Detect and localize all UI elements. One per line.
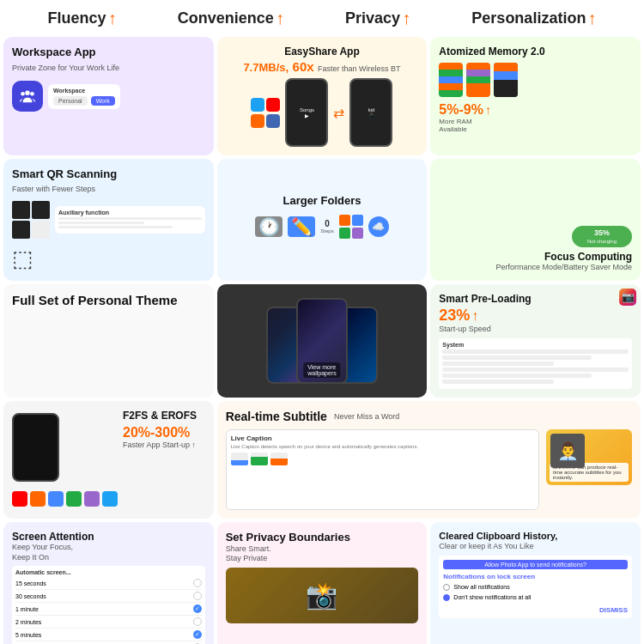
system-mock: System	[439, 338, 632, 389]
clipboard-header: Notifications on lock screen	[443, 573, 628, 580]
easyshare-multiplier: 60x	[293, 59, 314, 74]
clipboard-subtitle: Clear or keep it As You Like	[439, 542, 632, 552]
subtitle-cell: Real-time Subtitle Never Miss a Word Liv…	[217, 401, 641, 519]
focus-cell: 35% Not charging Focus Computing Perform…	[430, 159, 641, 281]
clipboard-title: Cleared Clipboard History,	[439, 531, 632, 542]
mem-bar-2	[466, 63, 490, 97]
qr-code	[12, 201, 50, 239]
f2fs-apps	[12, 491, 118, 507]
app-icon-5	[84, 491, 100, 507]
attention-cell: Screen Attention Keep Your Focus, Keep I…	[3, 522, 214, 644]
privacy-photo-icon: 📸	[306, 580, 337, 611]
mem-bar-1	[439, 63, 463, 97]
f2fs-title: F2FS & EROFS	[123, 410, 197, 422]
f2fs-cell: F2FS & EROFS 20%-300% Faster App Start-u…	[3, 401, 214, 519]
battery-label: Not charging	[587, 239, 617, 244]
folder-icons: 🕐 ✏️ 0 Steps ☁️	[255, 215, 388, 239]
f2fs-text: F2FS & EROFS 20%-300% Faster App Start-u…	[123, 410, 197, 451]
attention-row-2: 30 seconds	[15, 590, 202, 603]
clock-icon: 🕐	[255, 216, 283, 237]
easyshare-title: EasyShare App	[284, 46, 360, 58]
header-fluency: Fluency ↑	[48, 9, 117, 28]
allow-button[interactable]: Allow Photo App to send notifications?	[443, 560, 628, 569]
phone-right: kid📱	[349, 78, 392, 147]
preload-percent: 23%	[439, 307, 470, 325]
theme-cell: Full Set of Personal Theme	[3, 284, 214, 398]
live-caption-desc: Live Caption detects speech on your devi…	[231, 444, 534, 449]
theme-phone-2: View more wallpapers	[296, 298, 348, 384]
header-privacy: Privacy ↑	[345, 9, 410, 28]
transfer-arrow: ⇄	[333, 105, 344, 121]
cb-radio-1[interactable]	[443, 584, 450, 591]
f2fs-subtitle: Faster App Start-up ↑	[123, 440, 197, 451]
header-personalization: Personalization ↑	[471, 9, 596, 28]
preload-cell: 📷 Smart Pre-Loading 23% ↑ Start-up Speed…	[430, 284, 641, 398]
attention-mock: Automatic screen... 15 seconds 30 second…	[12, 566, 205, 644]
blue-circle-icon: ☁️	[368, 216, 389, 237]
attention-row-1: 15 seconds	[15, 577, 202, 590]
personal-tab[interactable]: Personal	[53, 96, 88, 106]
qr-subtitle: Faster with Fewer Steps	[12, 185, 205, 195]
pencil-icon: ✏️	[288, 216, 315, 237]
apps-grid-icon	[339, 215, 363, 239]
privacy-arrow: ↑	[402, 9, 410, 28]
workspace-icon	[12, 81, 43, 112]
workspace-mini-ui: Workspace Personal Work	[48, 84, 120, 109]
easyshare-desc: Faster than Wireless BT	[318, 64, 401, 73]
caption-charts	[231, 453, 534, 465]
convenience-label: Convenience	[178, 9, 274, 27]
header-convenience: Convenience ↑	[178, 9, 284, 28]
svg-point-2	[30, 92, 34, 96]
f2fs-left	[12, 410, 118, 510]
youtube-icon	[12, 491, 27, 507]
main-container: Fluency ↑ Convenience ↑ Privacy ↑ Person…	[0, 0, 644, 644]
dismiss-button[interactable]: DISMISS	[599, 606, 628, 614]
theme-phones: View more wallpapers	[266, 298, 378, 384]
header-row: Fluency ↑ Convenience ↑ Privacy ↑ Person…	[0, 0, 644, 33]
feature-grid: Workspace App Private Zone for Your Work…	[0, 33, 644, 644]
app-icon-4	[66, 491, 82, 507]
view-wallpapers-label: View more wallpapers	[303, 362, 340, 378]
cb-radio-2[interactable]	[443, 594, 450, 601]
qr-title: Smart QR Scanning	[12, 167, 205, 181]
privacy-label: Privacy	[345, 9, 400, 27]
memory-bars	[439, 63, 632, 97]
attention-check-2: ✓	[193, 630, 202, 639]
clipboard-mock: Allow Photo App to send notifications? N…	[439, 556, 632, 618]
speaker-figure: 👨‍💼	[550, 434, 585, 468]
workspace-title: Workspace App	[12, 46, 205, 59]
memory-more-ram: More RAM Available	[439, 118, 632, 133]
f2fs-phone	[12, 413, 59, 482]
workspace-mini-label: Workspace	[53, 88, 115, 94]
app-icon-2	[30, 491, 46, 507]
theme-phone-cell: View more wallpapers	[217, 284, 428, 398]
attention-title: Screen Attention	[12, 531, 205, 543]
phones-row: Songs▶ ⇄ kid📱	[251, 78, 392, 147]
live-caption-box: Live Caption Live Caption detects speech…	[226, 429, 539, 510]
qr-phone-mock: Auxiliary function	[55, 206, 205, 234]
subtitle-content: Live Caption Live Caption detects speech…	[226, 429, 632, 510]
clipboard-cell: Cleared Clipboard History, Clear or keep…	[430, 522, 641, 644]
convenience-arrow: ↑	[276, 9, 284, 28]
battery-indicator: 35% Not charging	[572, 226, 632, 247]
subtitle-title: Real-time Subtitle	[226, 410, 327, 424]
phone-left: Songs▶	[285, 78, 328, 147]
qr-scan-icon: ⬚	[12, 246, 205, 272]
personalization-label: Personalization	[471, 9, 586, 27]
preload-subtitle: Start-up Speed	[439, 325, 632, 335]
fluency-label: Fluency	[48, 9, 106, 27]
personalization-arrow: ↑	[587, 9, 596, 28]
workspace-subtitle: Private Zone for Your Work Life	[12, 64, 205, 74]
clipboard-option-1: Show all notifications	[443, 582, 628, 592]
preload-arrow: ↑	[471, 308, 478, 324]
attention-row-3: 1 minute ✓	[15, 603, 202, 616]
folders-title: Larger Folders	[283, 194, 361, 208]
focus-title: Focus Computing	[544, 251, 632, 263]
steps-widget: 0 Steps	[320, 219, 333, 234]
clipboard-option-2: Don't show notifications at all	[443, 592, 628, 603]
work-tab[interactable]: Work	[91, 96, 115, 106]
privacy-title: Set Privacy Boundaries	[226, 531, 419, 544]
subtitle-header: Real-time Subtitle Never Miss a Word	[226, 410, 632, 424]
memory-title: Atomized Memory 2.0	[439, 46, 632, 58]
app-icon-3	[48, 491, 64, 507]
